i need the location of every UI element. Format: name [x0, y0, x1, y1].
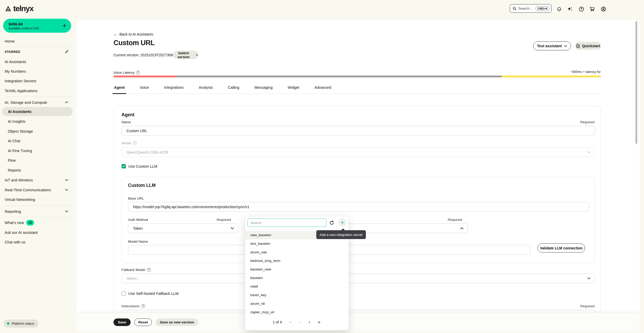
sidebar-divider	[5, 96, 72, 97]
help-circle-icon[interactable]: ?	[136, 71, 140, 74]
auth-method-label: Auth Method	[128, 218, 148, 222]
base-url-input[interactable]	[128, 202, 589, 212]
last-page-button[interactable]: »	[317, 319, 321, 325]
sidebar-item-my-numbers[interactable]: My Numbers	[5, 69, 26, 73]
sidebar-item-home[interactable]: Home	[5, 39, 15, 43]
sidebar-item-virtual-networking[interactable]: Virtual Networking	[5, 198, 35, 202]
sidebar-item-whats-new[interactable]: What's new	[5, 221, 24, 225]
sidebar-item-ai-fine-tuning[interactable]: AI Fine Tuning	[8, 149, 32, 153]
chevron-down-icon	[564, 45, 567, 47]
tab-advanced[interactable]: Advanced	[314, 84, 332, 94]
name-input[interactable]	[122, 126, 595, 135]
quickstart-button[interactable]: Quickstart	[575, 42, 601, 50]
secret-option[interactable]: retell	[245, 282, 348, 291]
checkbox-checked-icon[interactable]	[122, 164, 126, 168]
tab-agent[interactable]: Agent	[113, 84, 125, 94]
secret-option[interactable]: test_baseten	[245, 239, 348, 248]
secret-option[interactable]: zapier_mcp_url	[245, 308, 348, 316]
sidebar-item-chat-with-us[interactable]: Chat with us	[5, 240, 25, 244]
refresh-icon[interactable]	[328, 220, 335, 226]
add-secret-tooltip: Add a new integration secret	[316, 230, 366, 239]
test-assistant-button[interactable]: Test assistant	[533, 42, 571, 50]
back-arrow-icon: ←	[113, 32, 118, 37]
sidebar-item-ask-ai-assistant[interactable]: Ask our AI assistant	[5, 230, 38, 235]
form-actions-bar: Save Reset Save as new version	[77, 313, 640, 331]
sidebar-divider	[5, 205, 72, 206]
notifications-bell-icon[interactable]	[556, 6, 562, 12]
tab-integrations[interactable]: Integrations	[164, 84, 184, 94]
latency-segment-red	[113, 76, 176, 77]
secret-option[interactable]: bedrock_long_term	[245, 256, 348, 265]
secret-search-input[interactable]	[247, 219, 326, 227]
sidebar-item-ai-insights[interactable]: AI Insights	[8, 119, 25, 124]
sidebar-item-texml-applications[interactable]: TeXML Applications	[5, 89, 37, 93]
cart-icon[interactable]	[589, 6, 595, 12]
secret-option[interactable]: azure_uae	[245, 248, 348, 256]
model-name-label: Model Name	[128, 240, 148, 243]
page-indicator: 1 of 4	[273, 320, 282, 324]
sidebar-item-integration-secrets[interactable]: Integration Secrets	[5, 79, 36, 83]
reset-button[interactable]: Reset	[134, 318, 152, 326]
account-avatar-icon[interactable]	[601, 6, 606, 12]
switch-version-button[interactable]: Switch version	[173, 51, 198, 59]
secret-option[interactable]: azure_stt	[245, 299, 348, 308]
first-page-button[interactable]: «	[289, 319, 292, 325]
sidebar-group-reporting[interactable]: Reporting	[5, 209, 21, 214]
sidebar-item-reports[interactable]: Reports	[8, 168, 21, 172]
next-page-button[interactable]: ›	[308, 319, 311, 325]
checkbox-unchecked-icon[interactable]	[122, 291, 126, 296]
tab-messaging[interactable]: Messaging	[254, 84, 273, 94]
add-integration-secret-button[interactable]: +	[338, 218, 347, 227]
sidebar-item-ai-chat[interactable]: AI Chat	[8, 139, 20, 143]
telnyx-logo[interactable]: telnyx	[5, 4, 33, 13]
tab-calling[interactable]: Calling	[227, 84, 240, 94]
sidebar-group-ai-storage-compute[interactable]: AI, Storage and Compute	[5, 100, 47, 105]
help-circle-icon[interactable]: ?	[147, 268, 151, 272]
sidebar-item-flow[interactable]: Flow	[8, 158, 16, 162]
credit-balance-card[interactable]: $456.69 Available credit in USD +	[3, 19, 71, 33]
help-icon[interactable]	[579, 6, 584, 12]
sidebar-item-object-storage[interactable]: Object Storage	[8, 129, 33, 133]
ai-sparkles-icon[interactable]	[567, 6, 573, 12]
vertical-scrollbar[interactable]	[635, 21, 637, 144]
help-circle-icon[interactable]: ?	[141, 304, 145, 308]
name-label: Name	[122, 120, 131, 124]
search-placeholder: Search...	[518, 6, 534, 10]
validate-llm-connection-button[interactable]: Validate LLM connection	[538, 243, 585, 253]
dropdown-pagination: 1 of 4 « ‹ › »	[245, 319, 348, 325]
global-search[interactable]: Search... CMD+K	[510, 4, 552, 13]
instructions-label: Instructions	[122, 304, 139, 308]
main-content-panel: ← Back to AI Assistants Custom URL Curre…	[77, 20, 640, 331]
assistant-tabs: Agent Voice Integrations Analysis Callin…	[113, 84, 601, 94]
auth-method-select[interactable]: Token	[128, 223, 238, 233]
sidebar-group-iot-wireless[interactable]: IoT and Wireless	[5, 178, 33, 182]
sidebar-item-ai-assistants-starred[interactable]: AI Assistants	[5, 60, 26, 64]
back-to-ai-assistants-link[interactable]: ← Back to AI Assistants	[113, 32, 153, 37]
add-credit-icon[interactable]: +	[62, 22, 66, 29]
custom-llm-title: Custom LLM	[128, 183, 156, 188]
sidebar-group-real-time-communications[interactable]: Real-Time Communications	[5, 188, 51, 192]
custom-llm-card: Custom LLM Base URL Auth Method Required…	[122, 177, 595, 263]
base-url-label: Base URL	[128, 196, 144, 200]
tab-voice[interactable]: Voice	[139, 84, 149, 94]
platform-status-button[interactable]: Platform status	[4, 320, 38, 328]
save-as-new-version-button[interactable]: Save as new version	[156, 318, 198, 326]
fallback-model-label: Fallback Model	[122, 268, 145, 272]
use-custom-llm-checkbox-row[interactable]: Use Custom LLM	[122, 164, 157, 168]
secret-option[interactable]: baseten	[245, 274, 348, 282]
secret-option[interactable]: trexin_key	[245, 291, 348, 299]
tab-analysis[interactable]: Analysis	[198, 84, 213, 94]
self-hosted-fallback-checkbox-row[interactable]: Use Self-hosted Fallback LLM	[122, 291, 178, 296]
fallback-model-label-row: Fallback Model ?	[122, 268, 151, 272]
chevron-down-icon	[65, 179, 68, 182]
edit-starred-pencil-icon[interactable]	[65, 50, 68, 53]
save-button[interactable]: Save	[113, 318, 131, 326]
sidebar-item-ai-assistants-active[interactable]: AI Assistants	[2, 107, 73, 116]
secret-option[interactable]: baseten_new	[245, 265, 348, 274]
prev-page-button[interactable]: ‹	[299, 319, 301, 325]
tab-widget[interactable]: Widget	[287, 84, 300, 94]
chevron-down-icon	[587, 151, 591, 153]
fallback-model-select[interactable]: Select...	[122, 274, 595, 283]
whats-new-count-badge: 10	[26, 220, 34, 226]
voice-latency-label: Voice Latency ?	[113, 71, 140, 74]
